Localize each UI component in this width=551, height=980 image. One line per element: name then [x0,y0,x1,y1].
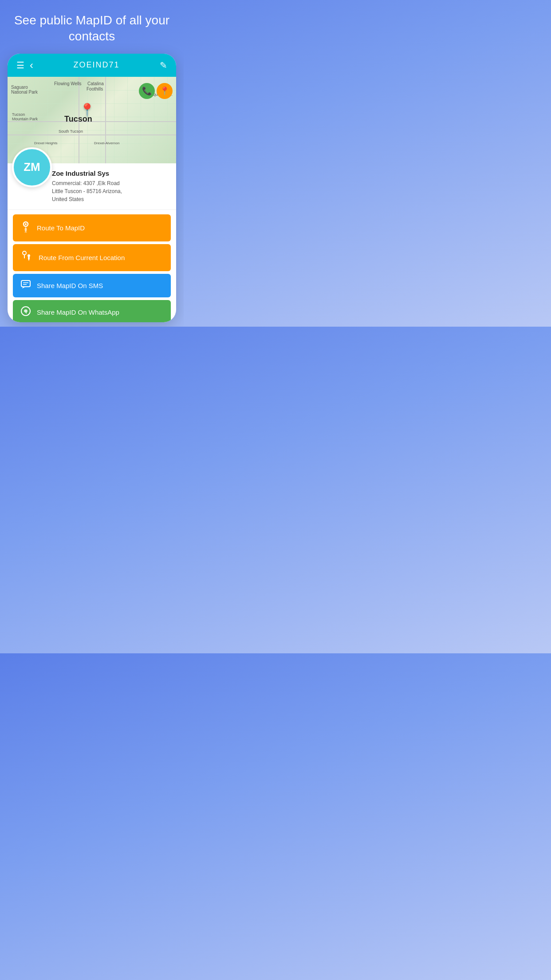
svg-point-2 [24,232,27,233]
location-icon: 📍 [160,86,169,96]
app-bar-title: ZOEIND71 [36,60,157,70]
route-from-icon [21,250,32,265]
map-label-foothills: Foothills [87,87,103,91]
actions-area: Route To MapID Route From Current Locati… [8,210,176,322]
route-from-location-button[interactable]: Route From Current Location [13,244,171,271]
menu-icon[interactable]: ☰ [14,57,27,73]
contact-address: Commercial: 4307 ,Elk Road Little Tuscon… [52,179,170,203]
contact-area: ZM Zoe Industrial Sys Commercial: 4307 ,… [8,163,176,210]
phone-frame: ☰ ‹ ZOEIND71 ✎ SaguaroNational Park Flow… [8,54,176,322]
map-label-flowing: Flowing Wells [54,81,82,86]
sms-icon [21,280,31,291]
route-to-mapid-button[interactable]: Route To MapID [13,214,171,241]
route-to-mapid-label: Route To MapID [37,224,85,232]
share-whatsapp-button[interactable]: Share MapID On WhatsApp [13,300,171,322]
map-label-catalina: Catalina [87,81,104,86]
svg-point-5 [28,254,30,257]
address-line2: Little Tuscon - 85716 Arizona, [52,188,122,194]
app-bar: ☰ ‹ ZOEIND71 ✎ [8,54,176,77]
whatsapp-icon [21,306,31,318]
svg-point-3 [23,251,26,255]
contact-name: Zoe Industrial Sys [52,170,170,177]
call-button[interactable]: 📞 [139,83,155,99]
svg-point-1 [25,223,27,225]
location-button[interactable]: 📍 [157,83,173,99]
map-label-drexel-heights: Drexel Heights [34,141,57,145]
map-label-south-tucson: South Tucson [59,129,83,134]
share-sms-label: Share MapID On SMS [37,282,103,289]
map-pin-icon: 📍 [79,103,95,117]
map-label-drexel-alvernon: Drexel-Alvernon [94,141,119,145]
page-title: See public MapID of all your contacts [0,0,184,54]
address-line1: Commercial: 4307 ,Elk Road [52,180,120,186]
back-icon[interactable]: ‹ [27,56,36,74]
map-label-tucson-mp: TucsonMountain Park [12,112,38,121]
avatar: ZM [12,147,52,187]
route-from-location-label: Route From Current Location [39,254,125,261]
edit-icon[interactable]: ✎ [157,57,170,73]
svg-rect-6 [21,281,30,287]
avatar-initials: ZM [24,160,40,174]
share-sms-button[interactable]: Share MapID On SMS [13,274,171,297]
map-road [8,134,176,135]
address-line3: United States [52,196,84,202]
share-whatsapp-label: Share MapID On WhatsApp [37,308,119,316]
map-label-saguaro: SaguaroNational Park [11,85,38,95]
route-to-icon [21,221,31,235]
phone-icon: 📞 [142,86,152,96]
map-road [105,77,106,163]
